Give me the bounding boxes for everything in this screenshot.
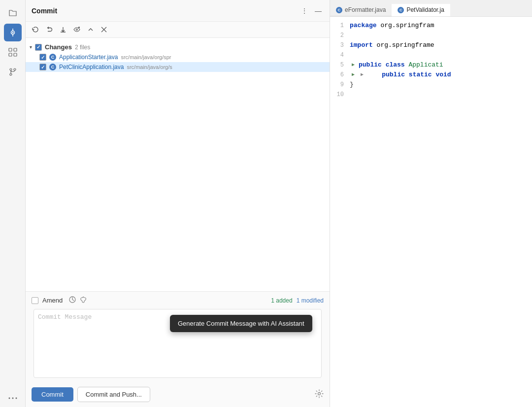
ai-generate-button[interactable] [79,296,87,305]
commit-panel-header: Commit ⋮ — [26,0,330,22]
amend-actions [68,296,87,305]
svg-point-12 [12,398,13,399]
code-text-1: package org.springfram [350,21,434,31]
code-line-6: 6 ▶ ▶ public static void [330,70,532,80]
expand-btn-6[interactable]: ▶ [359,71,366,78]
amend-row: Amend 1 added 1 modified [26,292,330,309]
commit-bottom: Amend 1 added 1 modified [26,291,330,407]
tab-label-1: eFormatter.java [345,6,386,13]
svg-point-13 [15,398,17,399]
svg-rect-6 [9,53,12,56]
line-num-10: 10 [334,90,350,100]
amend-checkbox[interactable] [32,297,38,304]
code-line-5: 5 ▶ public class Applicati [330,60,532,70]
svg-rect-7 [14,53,17,56]
file-item-application-starter[interactable]: C ApplicationStarter.java src/main/java/… [26,52,330,62]
code-text-6: public static void [366,70,451,80]
tab-icon-2: C [398,7,404,13]
file-tree: ▾ Changes 2 files C ApplicationStarter.j… [26,38,330,291]
file-checkbox-1[interactable] [39,54,46,61]
file-path-2: src/main/java/org/s [127,64,172,70]
stats: 1 added 1 modified [271,297,324,304]
tab-label-2: PetValidator.ja [406,6,444,13]
header-actions: ⋮ — [299,6,324,16]
changes-checkbox[interactable] [35,44,42,51]
settings-button[interactable] [315,389,324,400]
line-num-9: 9 [334,80,350,90]
code-line-1: 1 package org.springfram [330,21,532,31]
eye-button[interactable] [71,25,83,34]
toolbar [26,22,330,38]
code-line-2: 2 [330,31,532,40]
svg-point-8 [10,68,12,70]
changes-group-header[interactable]: ▾ Changes 2 files [26,42,330,52]
svg-rect-4 [9,48,12,51]
sidebar-icon-modules[interactable] [4,43,22,61]
file-name-1: ApplicationStarter.java [59,54,118,61]
amend-label: Amend [42,297,63,304]
code-line-4: 4 [330,50,532,60]
file-icon-2: C [49,64,56,70]
svg-point-1 [12,32,13,34]
line-num-4: 4 [334,50,350,60]
code-text-3: import org.springframe [350,40,434,50]
svg-point-14 [76,29,78,31]
changes-chevron: ▾ [30,44,32,50]
svg-point-15 [78,27,80,28]
svg-point-10 [10,73,12,75]
code-text-5: public class Applicati [359,60,443,70]
code-line-9: 9 } [330,80,532,90]
run-btn-6[interactable]: ▶ [350,71,357,78]
up-button[interactable] [85,25,97,34]
tab-petvalidator[interactable]: C PetValidator.ja [392,4,450,16]
sidebar-icon-folder[interactable] [4,4,22,22]
line-num-2: 2 [334,31,350,40]
ai-tooltip: Generate Commit Message with AI Assistan… [170,315,312,332]
line-num-1: 1 [334,21,350,31]
code-content: 1 package org.springfram 2 3 import org.… [330,17,532,407]
commit-button[interactable]: Commit [32,387,73,402]
commit-panel: Commit ⋮ — [26,0,330,407]
commit-panel-title: Commit [32,7,299,15]
sidebar-icon-vcs[interactable] [4,63,22,81]
svg-point-17 [318,392,321,395]
action-buttons: Commit Commit and Push... [26,382,330,407]
more-options-button[interactable]: ⋮ [299,6,310,16]
file-checkbox-2[interactable] [39,64,46,70]
line-num-6: 6 [334,70,350,80]
code-tabs: C eFormatter.java C PetValidator.ja [330,0,532,17]
commit-and-push-button[interactable]: Commit and Push... [77,387,150,402]
code-line-10: 10 [330,90,532,100]
file-icon-1: C [49,54,56,61]
history-button[interactable] [68,296,76,305]
run-btn-5[interactable]: ▶ [350,62,357,68]
changes-group: ▾ Changes 2 files C ApplicationStarter.j… [26,41,330,73]
code-line-3: 3 import org.springframe [330,40,532,50]
download-button[interactable] [57,25,69,34]
file-item-petclinic-application[interactable]: C PetClinicApplication.java src/main/jav… [26,62,330,72]
code-text-9: } [350,80,354,90]
svg-point-11 [8,398,10,399]
stat-modified: 1 modified [297,297,324,304]
sidebar-icon-more[interactable] [4,389,22,407]
line-num-5: 5 [334,60,350,70]
refresh-button[interactable] [30,25,41,34]
minimize-button[interactable]: — [313,6,324,16]
line-num-3: 3 [334,40,350,50]
close-button[interactable] [99,25,109,34]
file-name-2: PetClinicApplication.java [59,64,124,70]
stat-added: 1 added [271,297,292,304]
sidebar [0,0,26,407]
tab-eformatter[interactable]: C eFormatter.java [330,4,392,16]
code-panel: C eFormatter.java C PetValidator.ja 1 pa… [330,0,532,407]
tab-icon-1: C [336,7,342,13]
file-path-1: src/main/java/org/spr [121,54,171,60]
changes-label: Changes [45,43,72,51]
sidebar-icon-git[interactable] [4,24,22,41]
svg-rect-5 [14,48,17,51]
changes-count: 2 files [75,44,90,51]
undo-button[interactable] [43,25,55,34]
svg-point-9 [14,68,16,70]
